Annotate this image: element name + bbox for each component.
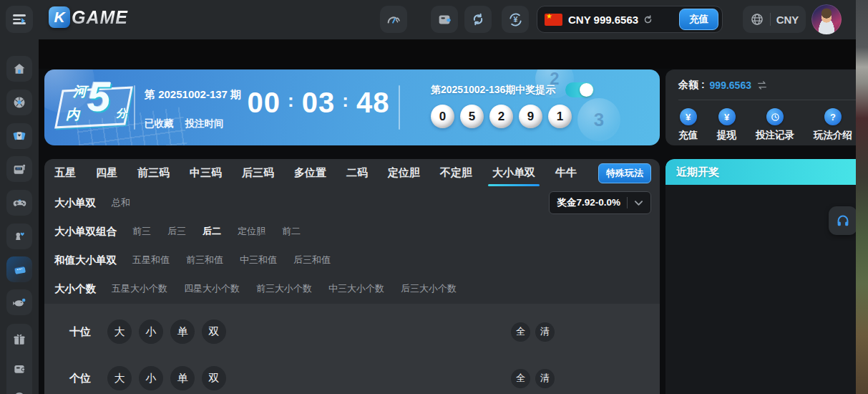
select-all-button[interactable]: 全 xyxy=(511,369,530,388)
special-play-button[interactable]: 特殊玩法 xyxy=(598,163,651,183)
sidebar-item-home[interactable] xyxy=(6,56,32,82)
deposit-button[interactable]: 充值 xyxy=(679,9,718,30)
tab-back-three[interactable]: 后三码 xyxy=(242,159,274,186)
yuan-circle-icon: ¥ xyxy=(680,108,697,125)
tab-non-position-dan[interactable]: 不定胆 xyxy=(440,159,472,186)
category-option[interactable]: 定位胆 xyxy=(238,225,265,238)
tab-multi-position[interactable]: 多位置 xyxy=(294,159,326,186)
category-option[interactable]: 后三和值 xyxy=(293,254,331,266)
issue-number: 第 20251002-137 期 xyxy=(145,88,241,102)
brand-logo[interactable]: K GAME xyxy=(49,6,128,28)
action-withdraw[interactable]: ¥ 提现 xyxy=(717,108,736,142)
sync-icon xyxy=(470,11,486,27)
soccer-icon xyxy=(12,95,26,110)
recent-results-panel: 近期开奖 xyxy=(665,159,856,394)
game-tabs: 五星 四星 前三码 中三码 后三码 多位置 二码 定位胆 不定胆 大小单双 牛牛… xyxy=(44,159,660,186)
bonus-value: 奖金7.92-0.0% xyxy=(557,196,620,209)
category-option[interactable]: 前三大小个数 xyxy=(256,282,312,295)
sidebar-bottom-group xyxy=(6,324,32,394)
action-deposit[interactable]: ¥ 充值 xyxy=(678,108,698,142)
action-bet-records[interactable]: 投注记录 xyxy=(756,108,794,142)
transfer-button[interactable]: ¥ xyxy=(502,6,529,33)
bet-option-small[interactable]: 小 xyxy=(139,366,163,390)
bet-option-small[interactable]: 小 xyxy=(139,319,163,344)
circle-badge-icon xyxy=(12,391,26,394)
category-option[interactable]: 前二 xyxy=(282,225,301,238)
tab-four-star[interactable]: 四星 xyxy=(96,159,117,186)
bet-option-even[interactable]: 双 xyxy=(202,366,226,390)
sidebar-item-sports[interactable] xyxy=(6,90,32,115)
slot-machine-icon: 777 xyxy=(12,162,27,177)
tab-niuniu[interactable]: 牛牛 xyxy=(555,159,577,186)
bet-option-even[interactable]: 双 xyxy=(202,319,226,344)
bet-option-big[interactable]: 大 xyxy=(107,319,132,344)
wallet-button[interactable] xyxy=(431,6,458,33)
customer-service-button[interactable] xyxy=(829,206,857,235)
category-option[interactable]: 四星大小个数 xyxy=(184,282,240,295)
win-tip-toggle[interactable] xyxy=(565,82,594,97)
sidebar-item-cards[interactable] xyxy=(6,123,32,149)
sidebar-item-lottery-active[interactable] xyxy=(6,256,32,282)
content-top-strip xyxy=(39,39,856,69)
network-speed-button[interactable] xyxy=(380,6,407,33)
gift-icon xyxy=(12,332,26,347)
yuan-circle-icon: ¥ xyxy=(718,108,736,125)
category-option[interactable]: 后三 xyxy=(167,225,186,238)
win-tip-label: 第20251002-136期中奖提示 xyxy=(431,84,555,97)
sidebar-item-chess[interactable] xyxy=(6,224,32,249)
result-ball: 1 xyxy=(548,105,572,128)
tab-front-three[interactable]: 前三码 xyxy=(137,159,170,186)
result-ball: 5 xyxy=(460,105,484,128)
bonus-dropdown[interactable]: 奖金7.92-0.0% xyxy=(549,191,651,214)
clear-button[interactable]: 清 xyxy=(535,322,555,342)
language-currency-selector[interactable]: CNY xyxy=(743,6,806,33)
wallet-icon xyxy=(12,362,26,376)
menu-button[interactable] xyxy=(6,6,33,33)
category-option[interactable]: 前三和值 xyxy=(186,254,223,266)
sidebar-item-slots[interactable]: 777 xyxy=(6,156,32,182)
favorited-label[interactable]: 已收藏 xyxy=(145,117,174,130)
clear-button[interactable]: 清 xyxy=(535,369,555,388)
category-option[interactable]: 后三大小个数 xyxy=(401,282,457,295)
svg-text:777: 777 xyxy=(16,167,20,170)
recent-results-header: 近期开奖 xyxy=(665,159,856,185)
background-edge xyxy=(856,0,868,394)
balance-label: 余额 : xyxy=(678,79,705,92)
user-avatar[interactable] xyxy=(811,4,842,34)
side-nav: 777 xyxy=(0,39,39,394)
refresh-balance-button[interactable] xyxy=(464,6,492,33)
tab-two-code[interactable]: 二码 xyxy=(346,159,368,186)
select-all-button[interactable]: 全 xyxy=(511,322,530,342)
action-game-rules[interactable]: ? 玩法介绍 xyxy=(814,108,852,142)
logo-text: GAME xyxy=(72,7,128,28)
tab-position-dan[interactable]: 定位胆 xyxy=(388,159,420,186)
refresh-amount-button[interactable] xyxy=(643,14,653,25)
lottery-banner: 2 3 河 内 5 分 第 20251002-137 期 已收藏 投注时间 00… xyxy=(44,69,660,145)
bet-option-odd[interactable]: 单 xyxy=(170,319,195,344)
category-option[interactable]: 中三和值 xyxy=(240,254,277,266)
sidebar-item-esports[interactable] xyxy=(6,190,32,216)
divider xyxy=(134,85,135,130)
category-option[interactable]: 总和 xyxy=(112,196,130,209)
sidebar-item-agent[interactable] xyxy=(12,391,26,394)
tab-middle-three[interactable]: 中三码 xyxy=(190,159,222,186)
headphones-icon xyxy=(835,213,851,229)
sidebar-item-fishing[interactable] xyxy=(6,289,32,315)
category-option[interactable]: 前三 xyxy=(132,225,151,238)
category-option[interactable]: 中三大小个数 xyxy=(328,282,384,295)
bet-row-label: 个位 xyxy=(69,372,101,385)
bet-option-odd[interactable]: 单 xyxy=(170,366,195,390)
category-option-selected[interactable]: 后二 xyxy=(203,225,221,238)
swap-refresh-icon[interactable] xyxy=(756,80,768,90)
currency-code: CNY xyxy=(568,14,590,26)
bet-time-label: 投注时间 xyxy=(185,117,224,130)
tab-big-small-odd-even[interactable]: 大小单双 xyxy=(492,159,535,186)
category-option[interactable]: 五星和值 xyxy=(132,254,170,266)
tab-five-star[interactable]: 五星 xyxy=(54,159,76,186)
sidebar-item-promotions[interactable] xyxy=(12,332,26,347)
result-balls: 0 5 2 9 1 xyxy=(431,105,594,128)
bet-option-big[interactable]: 大 xyxy=(107,366,132,390)
category-option[interactable]: 五星大小个数 xyxy=(112,282,167,295)
sidebar-item-wallet[interactable] xyxy=(12,362,26,376)
result-ball: 2 xyxy=(489,105,513,128)
